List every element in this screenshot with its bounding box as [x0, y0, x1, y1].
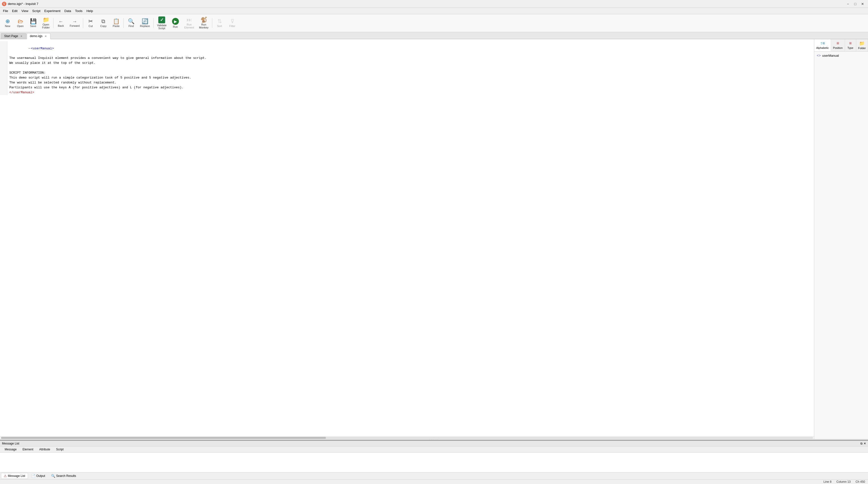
back-icon: ←: [58, 19, 63, 24]
open-folder-icon: 📁: [43, 17, 49, 23]
run-element-icon: ⏭: [187, 17, 192, 23]
sort-button[interactable]: ⇅ Sort: [214, 18, 226, 29]
line-gutter-1: [0, 41, 7, 56]
run-icon: ▶: [172, 18, 179, 25]
msg-tab-script[interactable]: Script: [53, 447, 66, 452]
open-folder-button[interactable]: 📁 OpenFolder: [40, 16, 52, 30]
bottom-tab-output[interactable]: 📄 Output: [28, 473, 48, 479]
editor-line-7: The words will be selected randomly with…: [0, 80, 814, 85]
line-content-2: The usermanual Inquisit element provides…: [7, 56, 207, 61]
minimize-button[interactable]: −: [844, 0, 851, 7]
find-button[interactable]: 🔍 Find: [125, 18, 137, 29]
collapse-button[interactable]: ─: [28, 47, 30, 50]
new-button[interactable]: ⊕ New: [1, 18, 14, 29]
status-ch: Ch 450: [856, 480, 865, 484]
line-content-1: ─<userManual>: [7, 41, 54, 56]
run-monkey-button[interactable]: 🐒 RunMonkey: [197, 16, 211, 30]
line-gutter-3: [0, 61, 7, 65]
line-gutter-4: [0, 65, 7, 70]
menu-file[interactable]: File: [1, 8, 10, 13]
close-button[interactable]: ✕: [859, 0, 866, 7]
bottom-tab-message-list-label: Message List: [8, 474, 25, 478]
right-tab-alphabetic[interactable]: ↑≡ Alphabetic: [814, 39, 831, 51]
separator-1: [53, 18, 54, 28]
right-tab-folder[interactable]: 📁 Folder: [856, 39, 868, 51]
line-gutter-6: [0, 75, 7, 80]
bottom-tab-output-label: Output: [36, 474, 45, 478]
editor-scrollbar[interactable]: [0, 436, 814, 439]
message-list-content: [0, 453, 868, 472]
filter-button[interactable]: ⊽ Filter: [226, 18, 239, 29]
replace-button[interactable]: 🔄 Replace: [138, 18, 152, 29]
line-content-5: SCRIPT INFORMATION:: [7, 70, 45, 75]
open-button[interactable]: 🗁 Open: [14, 18, 27, 29]
message-list-close[interactable]: ✕: [864, 442, 866, 445]
save-label: Save: [30, 25, 36, 28]
menu-view[interactable]: View: [20, 8, 30, 13]
bottom-tab-message-list[interactable]: ⚠ Message List: [1, 473, 28, 479]
search-results-tab-icon: 🔍: [51, 474, 55, 478]
line-content-8: Participants will use the keys A (for po…: [7, 85, 184, 90]
msg-tab-attribute[interactable]: Attribute: [37, 447, 53, 452]
forward-label: Forward: [70, 24, 80, 27]
menu-edit[interactable]: Edit: [10, 8, 20, 13]
right-panel-content: <> userManual: [814, 52, 868, 439]
forward-icon: →: [72, 19, 77, 24]
copy-label: Copy: [100, 25, 107, 28]
run-element-label: RunElement: [184, 23, 194, 29]
editor-area: ─<userManual> The usermanual Inquisit el…: [0, 39, 814, 439]
app-logo: Q: [2, 2, 6, 6]
editor-line-2: The usermanual Inquisit element provides…: [0, 56, 814, 61]
line-content-4: [7, 65, 9, 70]
cut-icon: ✂: [88, 19, 93, 24]
run-button[interactable]: ▶ Run: [169, 17, 182, 29]
editor-line-9: </userManual>: [0, 90, 814, 95]
title-bar-left: Q demo.iqjs* - Inquisit 7: [2, 2, 38, 6]
separator-2: [83, 18, 83, 28]
back-button[interactable]: ← Back: [55, 18, 67, 28]
copy-button[interactable]: ⧉ Copy: [97, 18, 110, 29]
status-line: Line 8: [824, 480, 832, 484]
forward-button[interactable]: → Forward: [67, 18, 82, 28]
line-gutter-8: [0, 85, 7, 90]
maximize-button[interactable]: □: [852, 0, 859, 7]
right-panel-tabs: ↑≡ Alphabetic ≡ Position ≡ Type 📁 Folder: [814, 39, 868, 52]
editor-content[interactable]: ─<userManual> The usermanual Inquisit el…: [0, 39, 814, 436]
msg-tab-element[interactable]: Element: [20, 447, 36, 452]
right-tab-folder-label: Folder: [858, 47, 866, 50]
message-list-tabs: Message Element Attribute Script: [0, 447, 868, 453]
message-list-header: Message List ⧉ ✕: [0, 441, 868, 447]
validate-icon: ✓: [158, 17, 165, 23]
menu-data[interactable]: Data: [62, 8, 73, 13]
tab-demo-iqjs[interactable]: demo.iqjs ✕: [27, 33, 51, 39]
cut-button[interactable]: ✂ Cut: [85, 18, 97, 29]
menu-help[interactable]: Help: [85, 8, 95, 13]
validate-button[interactable]: ✓ ValidateScript: [155, 15, 169, 31]
panel-item-usermanual[interactable]: <> userManual: [815, 53, 867, 58]
paste-button[interactable]: 📋 Paste: [110, 18, 122, 29]
menu-experiment[interactable]: Experiment: [42, 8, 63, 13]
position-icon: ≡: [837, 41, 839, 46]
line-content-7: The words will be selected randomly with…: [7, 80, 117, 85]
usermanual-icon: <>: [817, 54, 820, 57]
message-list-controls: ⧉ ✕: [860, 442, 866, 445]
tab-demo-iqjs-close[interactable]: ✕: [44, 35, 48, 38]
message-list-expand[interactable]: ⧉: [860, 442, 863, 445]
sort-icon: ⇅: [217, 19, 222, 24]
right-tab-type[interactable]: ≡ Type: [845, 39, 856, 51]
right-tab-position[interactable]: ≡ Position: [831, 39, 845, 51]
menu-script[interactable]: Script: [30, 8, 42, 13]
tab-start-page-close[interactable]: ✕: [20, 35, 23, 38]
msg-tab-message[interactable]: Message: [2, 447, 20, 452]
menu-tools[interactable]: Tools: [73, 8, 85, 13]
status-column: Column 13: [836, 480, 850, 484]
title-bar-controls: − □ ✕: [844, 0, 866, 7]
bottom-tab-search-results[interactable]: 🔍 Search Results: [48, 473, 79, 479]
title-bar: Q demo.iqjs* - Inquisit 7 − □ ✕: [0, 0, 868, 8]
back-label: Back: [58, 24, 64, 27]
tab-start-page[interactable]: Start Page ✕: [1, 33, 26, 39]
save-button[interactable]: 💾 Save: [27, 18, 39, 29]
run-element-button[interactable]: ⏭ RunElement: [182, 16, 196, 30]
separator-4: [153, 18, 154, 28]
output-tab-icon: 📄: [31, 474, 35, 478]
